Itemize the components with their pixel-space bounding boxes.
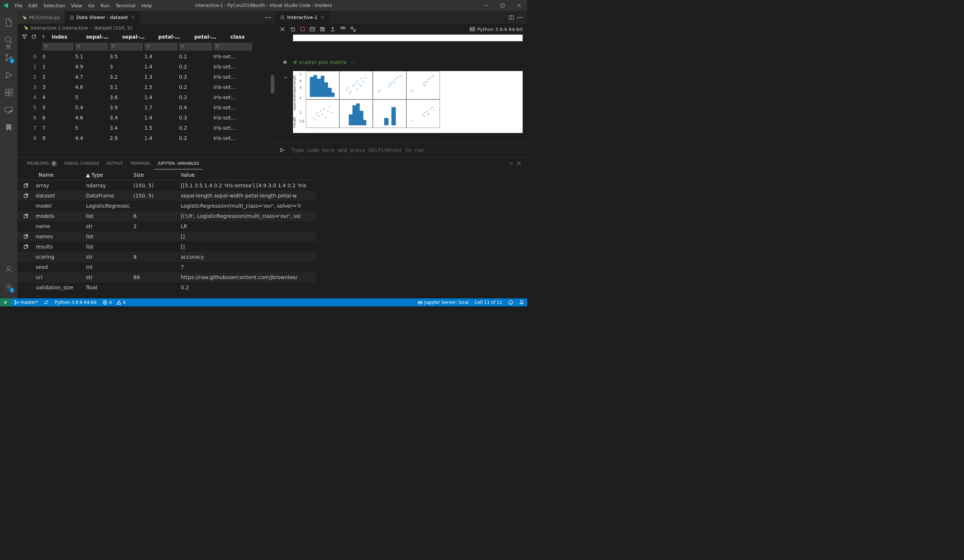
settings-icon[interactable]: 1 [0,278,18,295]
menu-file[interactable]: File [11,0,26,11]
more-actions-icon[interactable] [516,13,524,21]
filter-icon[interactable] [20,33,28,41]
popout-icon[interactable] [23,193,33,198]
filter-input[interactable] [179,42,212,50]
panel-tab-jupyter-variables[interactable]: JUPYTER: VARIABLES [154,157,203,169]
table-row[interactable]: 334.63.11.50.2Iris-set… [18,82,275,92]
collapse-icon[interactable] [351,27,356,32]
breadcrumb-item[interactable]: Interactive-1.interactive [31,25,88,31]
col-header[interactable]: class [228,34,267,40]
filter-input[interactable] [110,42,143,50]
col-size[interactable]: Size [130,172,178,178]
ellipsis-icon[interactable]: ⋯ [284,75,287,80]
account-icon[interactable] [0,260,18,278]
table-row[interactable]: 114.931.40.2Iris-set… [18,62,275,72]
menu-help[interactable]: Help [138,0,155,11]
close-icon[interactable] [130,15,136,20]
filter-input[interactable] [42,42,73,50]
table-row[interactable]: 664.63.41.40.3Iris-set… [18,112,275,123]
variable-row[interactable]: modelslist6[('LR', LogisticRegression(mu… [18,211,316,221]
popout-icon[interactable] [23,234,33,239]
variable-row[interactable]: urlstr68https://raw.githubusercontent.co… [18,272,316,282]
table-row[interactable]: 7753.41.50.2Iris-set… [18,123,275,133]
extensions-icon[interactable] [0,84,18,101]
sort-up-icon[interactable]: ↑ [39,33,47,41]
python-interpreter[interactable]: Python 3.9.6 64-bit [52,298,99,306]
table-row[interactable]: 005.13.51.40.2Iris-set… [18,51,275,62]
breadcrumb-item[interactable]: dataset (150, 5) [94,25,132,31]
interactive-output[interactable]: ✻ # scatter plot matrix ⋯ ⋯ l-lengthsepa… [275,34,527,142]
run-debug-icon[interactable] [0,66,18,84]
col-type[interactable]: ▲Type [83,172,130,178]
collapse-panel-icon[interactable] [509,161,514,166]
panel-tab-problems[interactable]: PROBLEMS8 [23,157,60,169]
more-actions-icon[interactable] [264,13,272,21]
col-header-index[interactable]: index [49,34,81,40]
variable-row[interactable]: scoringstr8accuracy [18,252,316,262]
problems-status[interactable]: 4 4 [99,298,128,306]
code-input[interactable]: Type code here and press Shift+Enter to … [289,147,527,153]
tab-interactive[interactable]: Interactive-1 [275,11,330,24]
collapse-cell-icon[interactable]: ✻ [283,59,287,65]
popout-icon[interactable] [23,244,33,249]
variable-row[interactable]: modelLogisticRegressicLogisticRegression… [18,201,316,211]
clear-icon[interactable] [280,27,285,32]
col-header[interactable]: sepal-… [119,34,154,40]
restart-icon[interactable] [290,27,295,32]
sync-icon[interactable] [41,298,52,306]
menu-edit[interactable]: Edit [26,0,41,11]
data-table-body[interactable]: 005.13.51.40.2Iris-set…114.931.40.2Iris-… [18,51,275,157]
run-icon[interactable] [275,148,289,153]
maximize-button[interactable] [494,0,511,11]
close-button[interactable] [511,0,527,11]
git-branch[interactable]: master* [11,298,41,306]
close-icon[interactable] [320,15,326,20]
bookmark-icon[interactable] [0,119,18,136]
variable-row[interactable]: seedint7 [18,262,316,272]
variable-row[interactable]: resultslist[] [18,242,316,252]
minimize-button[interactable] [478,0,494,11]
export-icon[interactable] [330,27,335,32]
table-row[interactable]: 224.73.21.30.2Iris-set… [18,72,275,82]
menu-selection[interactable]: Selection [41,0,68,11]
table-row[interactable]: 555.43.91.70.4Iris-set… [18,103,275,112]
cell-position[interactable]: Cell 11 of 11 [472,298,505,306]
col-header[interactable]: sepal-… [83,34,118,40]
refresh-icon[interactable] [30,33,38,41]
panel-tab-debug[interactable]: DEBUG CONSOLE [60,157,103,169]
source-control-icon[interactable]: 2 [0,49,18,66]
table-row[interactable]: 4453.61.40.2Iris-set… [18,92,275,103]
filter-input[interactable] [213,42,252,50]
variable-row[interactable]: datasetDataFrame(150, 5)sepal-length sep… [18,190,316,201]
col-name[interactable]: Name [36,172,83,178]
table-row[interactable]: 884.42.91.40.2Iris-set… [18,133,275,143]
menu-run[interactable]: Run [98,0,112,11]
close-panel-icon[interactable] [517,161,521,166]
code-cell[interactable]: ✻ # scatter plot matrix ⋯ [280,59,523,65]
remote-explorer-icon[interactable] [0,101,18,119]
save-icon[interactable] [320,27,325,32]
interrupt-icon[interactable] [300,27,305,31]
variable-row[interactable]: nameslist[] [18,231,316,242]
notifications-icon[interactable] [516,298,527,306]
panel-tab-output[interactable]: OUTPUT [103,157,127,169]
menu-view[interactable]: View [68,0,85,11]
col-value[interactable]: Value [178,172,316,178]
scrollbar-thumb[interactable] [271,75,274,93]
expand-icon[interactable] [340,27,345,32]
breadcrumbs[interactable]: Interactive-1.interactive › dataset (150… [18,24,275,32]
tab-mltutorial[interactable]: MLTutorial.py [18,11,65,24]
variable-row[interactable]: validation_sizefloat0.2 [18,282,316,293]
remote-indicator[interactable] [0,298,11,306]
tab-data-viewer[interactable]: Data Viewer - dataset [65,11,141,24]
filter-input[interactable] [144,42,177,50]
filter-input[interactable] [75,42,108,50]
menu-go[interactable]: Go [85,0,98,11]
variable-row[interactable]: arrayndarray(150, 5)[[5.1 3.5 1.4 0.2 'I… [18,180,316,190]
menu-terminal[interactable]: Terminal [112,0,138,11]
explorer-icon[interactable] [0,14,18,31]
variable-row[interactable]: namestr2LR [18,221,316,231]
panel-tab-terminal[interactable]: TERMINAL [127,157,154,169]
kernel-selector[interactable]: Python 3.9.6 64-bit [470,27,523,32]
popout-icon[interactable] [23,183,33,188]
